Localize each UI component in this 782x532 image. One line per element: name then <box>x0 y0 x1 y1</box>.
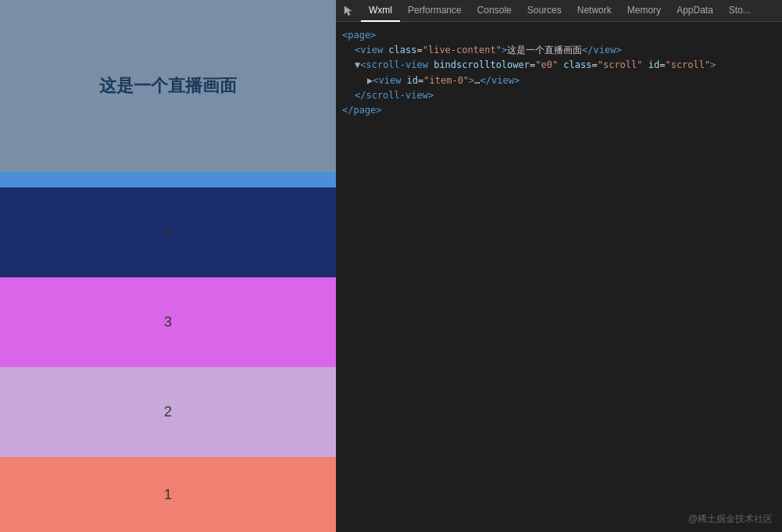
tab-appdata[interactable]: AppData <box>669 0 721 22</box>
section-4: 4 <box>0 187 336 277</box>
blue-bar <box>0 172 336 187</box>
devtools-panel: Wxml Performance Console Sources Network… <box>336 0 782 532</box>
xml-line-view-live: <view class="live-content">这是一个直播画面</vie… <box>336 43 782 58</box>
live-label: 这是一个直播画面 <box>99 74 237 98</box>
xml-line-page-open: <page> <box>336 28 782 43</box>
tab-storage[interactable]: Sto... <box>721 0 759 22</box>
live-section: 这是一个直播画面 <box>0 0 336 172</box>
xml-line-scroll-view-open: ▼<scroll-view bindscrolltolower="e0" cla… <box>336 58 782 73</box>
svg-marker-0 <box>345 6 352 16</box>
xml-line-page-close: </page> <box>336 103 782 118</box>
tab-wxml[interactable]: Wxml <box>361 0 400 22</box>
tab-memory[interactable]: Memory <box>620 0 669 22</box>
devtools-xml-content: <page> <view class="live-content">这是一个直播… <box>336 22 782 532</box>
tab-performance[interactable]: Performance <box>400 0 470 22</box>
section-1-label: 1 <box>164 487 172 503</box>
devtools-tabs-bar: Wxml Performance Console Sources Network… <box>336 0 782 22</box>
tab-network[interactable]: Network <box>570 0 620 22</box>
xml-line-view-item: ▶<view id="item-0">…</view> <box>336 73 782 88</box>
tab-sources[interactable]: Sources <box>520 0 570 22</box>
tab-console[interactable]: Console <box>470 0 520 22</box>
simulator-panel: 这是一个直播画面 4 3 2 1 <box>0 0 336 532</box>
section-1: 1 <box>0 457 336 532</box>
section-4-label: 4 <box>164 224 172 241</box>
section-2-label: 2 <box>164 404 172 420</box>
xml-line-scroll-view-close: </scroll-view> <box>336 88 782 103</box>
cursor-icon <box>339 2 358 20</box>
watermark: @稀土掘金技术社区 <box>688 512 773 526</box>
section-3-label: 3 <box>164 314 172 330</box>
section-2: 2 <box>0 367 336 457</box>
section-3: 3 <box>0 277 336 367</box>
